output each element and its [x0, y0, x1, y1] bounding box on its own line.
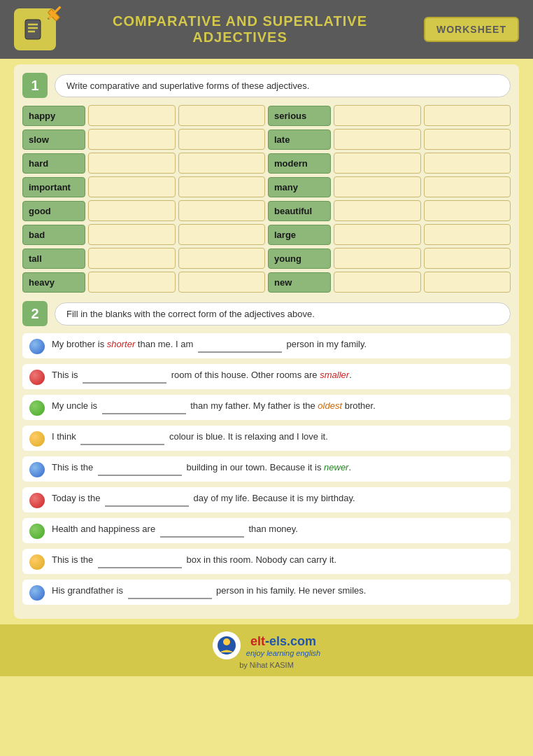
colored-word-2: smaller [320, 370, 349, 380]
fill-item-4: I think colour is blue. It is relaxing a… [22, 426, 511, 451]
adj-row: serious [268, 105, 511, 126]
adj-input-late-super[interactable] [424, 129, 511, 150]
blank-3 [102, 399, 186, 414]
colored-word-3: oldest [318, 400, 342, 411]
blank-9 [128, 584, 212, 599]
adj-word-hard: hard [22, 153, 85, 174]
fill-text-8: This is the box in this room. Nobody can… [52, 553, 504, 568]
footer-subtitle: enjoy learning english [246, 649, 320, 657]
adj-input-new-super[interactable] [424, 272, 511, 293]
footer-site-prefix: elt [250, 634, 265, 648]
fill-bullet-7 [29, 524, 45, 539]
fill-item-9: His grandfather is person in his family.… [22, 580, 511, 605]
colored-word-1: shorter [107, 339, 135, 349]
fill-text-7: Health and happiness are than money. [52, 522, 504, 538]
adj-row: hard [22, 153, 265, 174]
adj-input-large-super[interactable] [424, 224, 511, 245]
section1-number: 1 [22, 73, 48, 98]
adj-input-happy-comp[interactable] [88, 105, 176, 126]
fill-item-5: This is the building in our town. Becaus… [22, 456, 511, 482]
fill-text-3: My uncle is than my father. My father is… [52, 399, 504, 414]
adj-word-beautiful: beautiful [268, 201, 331, 221]
fill-bullet-4 [29, 431, 45, 447]
adj-row: tall [22, 248, 265, 269]
adj-input-bad-comp[interactable] [88, 224, 176, 245]
adj-word-serious: serious [268, 106, 331, 126]
adj-input-modern-super[interactable] [424, 153, 511, 174]
adj-input-beautiful-super[interactable] [424, 200, 511, 221]
fill-text-4: I think colour is blue. It is relaxing a… [52, 430, 504, 445]
header: COMPARATIVE AND SUPERLATIVE ADJECTIVES W… [0, 0, 533, 59]
footer: elt-els.com enjoy learning english by Ni… [0, 624, 533, 676]
adj-input-serious-comp[interactable] [334, 105, 421, 126]
svg-rect-0 [25, 20, 41, 39]
footer-site-suffix: els.com [269, 634, 316, 648]
fill-bullet-6 [29, 493, 45, 508]
adj-input-bad-super[interactable] [178, 224, 266, 245]
adj-input-good-comp[interactable] [88, 200, 176, 221]
main-content: 1 Write comparative and superlative form… [14, 64, 519, 619]
adj-input-important-comp[interactable] [88, 176, 176, 197]
adj-input-slow-super[interactable] [178, 129, 266, 150]
adj-word-happy: happy [22, 106, 85, 126]
fill-bullet-9 [29, 585, 45, 601]
adj-input-serious-super[interactable] [424, 105, 511, 126]
adj-input-young-super[interactable] [424, 248, 511, 269]
fill-item-7: Health and happiness are than money. [22, 518, 511, 543]
section2-instruction: Fill in the blanks with the correct form… [55, 302, 511, 326]
fill-bullet-1 [29, 339, 45, 354]
adj-input-beautiful-comp[interactable] [334, 200, 421, 221]
section2-header: 2 Fill in the blanks with the correct fo… [22, 301, 511, 326]
adj-row: modern [268, 153, 511, 174]
adj-input-heavy-comp[interactable] [88, 272, 176, 293]
fill-section: My brother is shorter than me. I am pers… [22, 333, 511, 605]
section2-number: 2 [22, 301, 48, 326]
adj-input-heavy-super[interactable] [178, 272, 266, 293]
adj-word-young: young [268, 248, 331, 269]
adj-input-many-comp[interactable] [334, 176, 421, 197]
fill-text-6: Today is the day of my life. Because it … [52, 491, 504, 507]
adj-word-important: important [22, 177, 85, 197]
blank-4 [80, 430, 164, 445]
adj-row: late [268, 129, 511, 150]
section1-header: 1 Write comparative and superlative form… [22, 73, 511, 98]
fill-item-2: This is room of this house. Other rooms … [22, 364, 511, 389]
fill-bullet-8 [29, 554, 45, 570]
blank-7 [160, 522, 244, 538]
footer-text: elt-els.com enjoy learning english [246, 634, 320, 657]
adj-input-hard-super[interactable] [178, 153, 266, 174]
fill-item-3: My uncle is than my father. My father is… [22, 395, 511, 420]
adj-word-slow: slow [22, 130, 85, 150]
section1-instruction: Write comparative and superlative forms … [55, 74, 511, 97]
adj-row: happy [22, 105, 265, 126]
adj-input-many-super[interactable] [424, 176, 511, 197]
adj-row: good [22, 200, 265, 221]
adj-input-late-comp[interactable] [334, 129, 421, 150]
adj-input-modern-comp[interactable] [334, 153, 421, 174]
adj-word-modern: modern [268, 153, 331, 174]
fill-bullet-3 [29, 400, 45, 416]
adj-input-tall-comp[interactable] [88, 248, 176, 269]
blank-8 [98, 553, 182, 568]
blank-2 [83, 368, 166, 384]
adj-input-young-comp[interactable] [334, 248, 421, 269]
adj-row: slow [22, 129, 265, 150]
adj-input-slow-comp[interactable] [88, 129, 176, 150]
adj-input-good-super[interactable] [178, 200, 266, 221]
fill-item-1: My brother is shorter than me. I am pers… [22, 333, 511, 358]
fill-item-8: This is the box in this room. Nobody can… [22, 549, 511, 574]
adj-input-hard-comp[interactable] [88, 153, 176, 174]
adj-word-bad: bad [22, 225, 85, 245]
fill-bullet-2 [29, 370, 45, 385]
worksheet-badge: WORKSHEET [424, 17, 519, 42]
blank-1 [198, 337, 282, 353]
adj-input-large-comp[interactable] [334, 224, 421, 245]
adj-input-new-comp[interactable] [334, 272, 421, 293]
adj-row: young [268, 248, 511, 269]
adj-input-important-super[interactable] [178, 176, 266, 197]
fill-text-9: His grandfather is person in his family.… [52, 584, 504, 599]
adj-input-happy-super[interactable] [178, 105, 266, 126]
footer-by: by Nihat KASIM [7, 661, 526, 669]
adj-input-tall-super[interactable] [178, 248, 266, 269]
adj-word-many: many [268, 177, 331, 197]
